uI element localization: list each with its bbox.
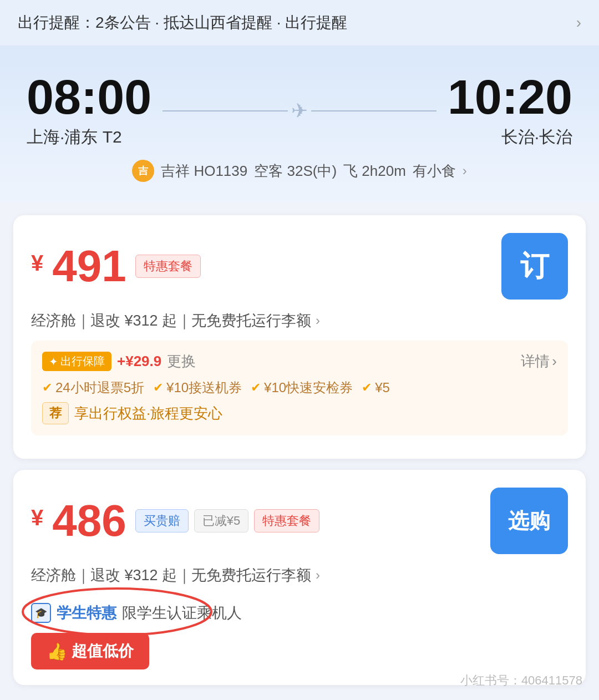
flight-info-row[interactable]: 吉 吉祥 HO1139 空客 32S(中) 飞 2h20m 有小食 ›: [27, 160, 572, 182]
benefit-item-4: ✔ ¥5: [362, 380, 390, 395]
departure-airport: 上海·浦东 T2: [27, 126, 151, 149]
protection-detail-link[interactable]: 详情 ›: [521, 352, 557, 371]
flight-header: 08:00 上海·浦东 T2 ✈ 10:20 长治·长治 吉 吉祥 HO1139…: [0, 46, 599, 202]
detail-arrow-1: ›: [316, 313, 320, 328]
student-desc: 限学生认证乘机人: [122, 603, 242, 623]
benefit-text-4: ¥5: [375, 380, 390, 395]
rec-row: 荐 享出行权益·旅程更安心: [42, 402, 557, 424]
student-icon: 🎓: [31, 603, 51, 623]
order-button-1[interactable]: 订: [501, 233, 568, 300]
detail-text-2: 经济舱｜退改 ¥312 起｜无免费托运行李额: [31, 565, 311, 585]
price-yuan-1: ¥: [31, 251, 43, 276]
price-row-2: ¥ 486 买贵赔 已减¥5 特惠套餐 选购: [31, 488, 568, 554]
protection-detail-arrow: ›: [552, 353, 557, 370]
price-row-1: ¥ 491 特惠套餐 订: [31, 233, 568, 300]
arrival-time: 10:20: [448, 73, 572, 121]
alert-arrow: ›: [576, 14, 581, 32]
price-yuan-2: ¥: [31, 505, 43, 530]
protection-change[interactable]: 更换: [167, 352, 196, 371]
benefit-item-2: ✔ ¥10接送机券: [153, 379, 242, 397]
benefit-check-3: ✔: [251, 381, 261, 395]
protection-header: ✦ 出行保障 +¥29.9 更换 详情 ›: [42, 352, 557, 371]
flight-arrow: ✈: [151, 99, 448, 123]
rec-badge: 荐: [42, 402, 69, 424]
price-left-2: ¥ 486 买贵赔 已减¥5 特惠套餐: [31, 499, 319, 543]
detail-row-2: 经济舱｜退改 ¥312 起｜无免费托运行李额 ›: [31, 565, 568, 585]
student-row: 🎓 学生特惠 限学生认证乘机人: [31, 603, 242, 623]
protection-left: ✦ 出行保障 +¥29.9 更换: [42, 352, 196, 371]
alert-text: 出行提醒：2条公告 · 抵达山西省提醒 · 出行提醒: [18, 12, 347, 33]
price-tags-group-2: 买贵赔 已减¥5 特惠套餐: [135, 509, 319, 532]
flight-duration: 飞 2h20m: [343, 161, 406, 181]
cards-area: ¥ 491 特惠套餐 订 经济舱｜退改 ¥312 起｜无免费托运行李额 › ✦ …: [0, 202, 599, 698]
benefit-item-3: ✔ ¥10快速安检券: [251, 379, 353, 397]
arrival-info: 10:20 长治·长治: [448, 73, 572, 149]
line-left: [163, 110, 288, 111]
price-tag-special: 特惠套餐: [254, 509, 319, 532]
price-tag-1: 特惠套餐: [135, 255, 201, 278]
protection-badge-icon: ✦: [49, 355, 58, 368]
detail-arrow-2: ›: [316, 567, 320, 583]
aircraft-type: 空客 32S(中): [254, 161, 337, 181]
arrival-airport: 长治·长治: [448, 126, 572, 149]
flight-times: 08:00 上海·浦东 T2 ✈ 10:20 长治·长治: [27, 73, 572, 149]
flight-meal: 有小食: [413, 161, 456, 181]
arrow-line: ✈: [163, 99, 436, 123]
airline-logo: 吉: [132, 160, 154, 182]
protection-box-1: ✦ 出行保障 +¥29.9 更换 详情 › ✔ 24小时退票5折 ✔: [31, 341, 568, 435]
price-tag-buy: 买贵赔: [135, 509, 189, 532]
alert-bar[interactable]: 出行提醒：2条公告 · 抵达山西省提醒 · 出行提醒 ›: [0, 0, 599, 46]
protection-badge-label: 出行保障: [60, 354, 105, 369]
protection-price: +¥29.9: [117, 353, 161, 370]
benefit-text-1: 24小时退票5折: [55, 379, 144, 397]
price-left-1: ¥ 491 特惠套餐: [31, 244, 201, 288]
student-label: 学生特惠: [57, 603, 116, 623]
protection-detail-label: 详情: [521, 352, 550, 371]
rec-text: 享出行权益·旅程更安心: [74, 404, 222, 423]
promo-section: 👍 超值低价: [31, 623, 568, 669]
promo-icon: 👍: [47, 642, 67, 661]
detail-row-1: 经济舱｜退改 ¥312 起｜无免费托运行李额 ›: [31, 311, 568, 331]
departure-info: 08:00 上海·浦东 T2: [27, 73, 151, 149]
airline-name: 吉祥 HO1139: [161, 161, 247, 181]
benefit-text-2: ¥10接送机券: [166, 379, 242, 397]
benefits-row: ✔ 24小时退票5折 ✔ ¥10接送机券 ✔ ¥10快速安检券 ✔ ¥5: [42, 379, 557, 397]
price-amount-2: 486: [52, 499, 126, 543]
benefit-check-2: ✔: [153, 381, 163, 395]
benefit-check-4: ✔: [362, 381, 372, 395]
departure-time: 08:00: [27, 73, 151, 121]
promo-button[interactable]: 👍 超值低价: [31, 633, 149, 669]
ticket-card-1: ¥ 491 特惠套餐 订 经济舱｜退改 ¥312 起｜无免费托运行李额 › ✦ …: [13, 215, 586, 459]
promo-label: 超值低价: [72, 641, 134, 662]
benefit-text-3: ¥10快速安检券: [264, 379, 353, 397]
price-tag-reduced: 已减¥5: [194, 509, 248, 532]
watermark: 小红书号：406411578: [460, 672, 582, 689]
price-amount-1: 491: [52, 244, 126, 288]
select-button-2[interactable]: 选购: [490, 488, 568, 554]
benefit-item-1: ✔ 24小时退票5折: [42, 379, 144, 397]
protection-badge: ✦ 出行保障: [42, 352, 111, 371]
line-right: [311, 110, 436, 111]
student-section: 🎓 学生特惠 限学生认证乘机人: [31, 595, 242, 623]
detail-text-1: 经济舱｜退改 ¥312 起｜无免费托运行李额: [31, 311, 311, 331]
plane-icon: ✈: [291, 99, 308, 123]
ticket-card-2: ¥ 486 买贵赔 已减¥5 特惠套餐 选购 经济舱｜退改 ¥312 起｜无免费…: [13, 470, 586, 685]
benefit-check-1: ✔: [42, 381, 52, 395]
flight-info-arrow: ›: [463, 163, 467, 179]
